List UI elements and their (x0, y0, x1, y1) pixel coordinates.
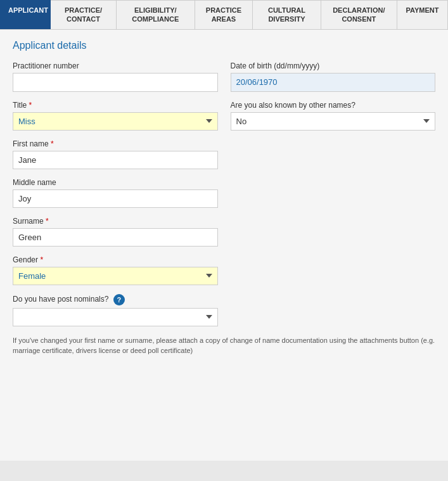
name-change-note: If you've changed your first name or sur… (13, 335, 435, 356)
field-surname: Surname * (13, 217, 218, 247)
tab-applicant[interactable]: APPLICANT (0, 0, 51, 29)
field-practitioner-number: Practitioner number (13, 61, 218, 92)
field-empty-right-post (231, 294, 436, 326)
row-gender: Gender * Female Male Non-binary Prefer n… (13, 255, 435, 285)
first-name-label: First name * (13, 139, 218, 148)
field-empty-right-gender (231, 255, 436, 285)
field-post-nominals: Do you have post nominals? ? Yes No (13, 294, 218, 326)
first-name-input[interactable] (13, 151, 218, 169)
also-known-select[interactable]: No Yes (231, 112, 436, 131)
surname-required-marker: * (46, 217, 49, 226)
field-first-name: First name * (13, 139, 218, 169)
tab-declaration-consent[interactable]: DECLARATION/ CONSENT (321, 0, 397, 29)
title-label: Title * (13, 101, 218, 110)
field-empty-right-surname (231, 217, 436, 247)
field-gender: Gender * Female Male Non-binary Prefer n… (13, 255, 218, 285)
navigation-tabs: APPLICANT PRACTICE/ CONTACT ELIGIBILITY/… (0, 0, 448, 30)
row-practitioner-dob: Practitioner number Date of birth (dd/mm… (13, 61, 435, 92)
post-nominals-help-icon[interactable]: ? (113, 294, 125, 305)
post-nominals-label: Do you have post nominals? ? (13, 294, 218, 305)
practitioner-number-label: Practitioner number (13, 61, 218, 70)
practitioner-number-input[interactable] (13, 73, 218, 92)
row-first-name: First name * (13, 139, 435, 169)
tab-payment[interactable]: PAYMENT (397, 0, 448, 29)
also-known-label: Are you also known by other names? (231, 101, 436, 110)
surname-input[interactable] (13, 228, 218, 247)
title-required-marker: * (29, 101, 32, 110)
middle-name-input[interactable] (13, 189, 218, 208)
row-surname: Surname * (13, 217, 435, 247)
date-of-birth-value: 20/06/1970 (231, 73, 436, 92)
date-of-birth-label: Date of birth (dd/mm/yyyy) (231, 61, 436, 70)
tab-practice-areas[interactable]: PRACTICE AREAS (195, 0, 253, 29)
tab-cultural-diversity[interactable]: CULTURAL DIVERSITY (253, 0, 321, 29)
section-title: Applicant details (13, 40, 435, 51)
field-date-of-birth: Date of birth (dd/mm/yyyy) 20/06/1970 (231, 61, 436, 92)
middle-name-label: Middle name (13, 178, 218, 187)
gender-select[interactable]: Female Male Non-binary Prefer not to say (13, 267, 218, 285)
tab-eligibility-compliance[interactable]: ELIGIBILITY/ COMPLIANCE (117, 0, 195, 29)
field-empty-right-first (231, 139, 436, 169)
field-also-known: Are you also known by other names? No Ye… (231, 101, 436, 131)
main-content: Applicant details Practitioner number Da… (0, 30, 448, 461)
post-nominals-select[interactable]: Yes No (13, 308, 218, 326)
row-title-knownnames: Title * Miss Mr Mrs Ms Dr Prof Are you a… (13, 101, 435, 131)
gender-label: Gender * (13, 255, 218, 264)
surname-label: Surname * (13, 217, 218, 226)
row-middle-name: Middle name (13, 178, 435, 208)
tab-practice-contact[interactable]: PRACTICE/ CONTACT (51, 0, 117, 29)
field-empty-right-middle (231, 178, 436, 208)
field-title: Title * Miss Mr Mrs Ms Dr Prof (13, 101, 218, 131)
field-middle-name: Middle name (13, 178, 218, 208)
row-post-nominals: Do you have post nominals? ? Yes No (13, 294, 435, 326)
gender-required-marker: * (40, 255, 43, 264)
first-name-required-marker: * (51, 139, 54, 148)
title-select[interactable]: Miss Mr Mrs Ms Dr Prof (13, 112, 218, 131)
